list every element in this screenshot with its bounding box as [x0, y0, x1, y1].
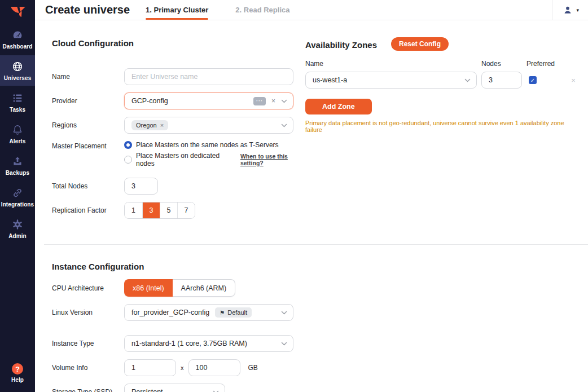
instance-type-select[interactable]: n1-standard-1 (1 core, 3.75GB RAM) — [124, 335, 293, 352]
instance-type-row: Instance Type n1-standard-1 (1 core, 3.7… — [52, 335, 581, 352]
replication-factor-3[interactable]: 3 — [142, 202, 160, 218]
provider-label: Provider — [52, 97, 124, 105]
linux-version-value: for_provider_GCP-config — [131, 309, 209, 316]
backups-icon — [11, 155, 24, 168]
sidebar-item-integrations[interactable]: Integrations — [0, 182, 35, 212]
preferred-checkbox[interactable]: ✓ — [529, 76, 537, 84]
name-label: Name — [52, 73, 124, 81]
default-badge-label: Default — [227, 309, 247, 316]
create-universe-page: Dashboard Universes Tasks Alerts Backups — [0, 0, 588, 392]
master-placement-option-same-nodes[interactable]: Place Masters on the same nodes as T-Ser… — [124, 141, 305, 149]
name-row: Name — [52, 68, 305, 85]
add-zone-button[interactable]: Add Zone — [305, 99, 372, 114]
sidebar-item-backups[interactable]: Backups — [0, 150, 35, 180]
cloud-configuration-heading: Cloud Configuration — [52, 38, 305, 48]
integrations-icon — [11, 187, 24, 199]
sidebar-item-label: Alerts — [10, 138, 26, 144]
replication-factor-1[interactable]: 1 — [125, 202, 142, 218]
instance-configuration-heading: Instance Configuration — [52, 262, 581, 271]
chevron-down-icon — [213, 390, 219, 392]
main-area: Create universe 1. Primary Cluster 2. Re… — [35, 0, 588, 392]
volume-info-row: Volume Info x GB — [52, 359, 581, 376]
replication-factor-label: Replication Factor — [52, 206, 124, 214]
clear-icon[interactable]: × — [271, 98, 275, 104]
availability-zones-section: Availability Zones Reset Config Name Nod… — [305, 35, 581, 226]
instance-type-value: n1-standard-1 (1 core, 3.75GB RAM) — [131, 340, 247, 347]
yugabyte-logo-icon — [8, 3, 27, 20]
tab-primary-cluster[interactable]: 1. Primary Cluster — [146, 0, 208, 20]
total-nodes-input[interactable] — [124, 178, 158, 195]
when-to-use-link[interactable]: When to use this setting? — [240, 153, 305, 166]
sidebar-item-label: Admin — [8, 233, 27, 239]
linux-version-select[interactable]: for_provider_GCP-config ⚑ Default — [124, 304, 293, 321]
radio-unselected-icon[interactable] — [124, 156, 132, 164]
storage-type-label: Storage Type (SSD) — [52, 388, 124, 392]
az-name-value: us-west1-a — [313, 76, 347, 84]
radio-option-label: Place Masters on dedicated nodes — [136, 152, 230, 168]
tasks-icon — [11, 92, 24, 104]
chevron-down-icon — [281, 342, 287, 346]
sidebar-item-tasks[interactable]: Tasks — [0, 87, 35, 117]
volume-size-input[interactable] — [188, 359, 240, 376]
user-menu[interactable]: ▾ — [552, 0, 588, 20]
universe-name-input[interactable] — [124, 68, 293, 85]
provider-value: GCP-config — [131, 97, 168, 105]
volume-info-label: Volume Info — [52, 364, 124, 372]
user-icon — [562, 5, 573, 16]
help-icon: ? — [12, 363, 23, 375]
universes-icon — [11, 60, 24, 73]
replication-factor-5[interactable]: 5 — [160, 202, 177, 218]
radio-option-label: Place Masters on the same nodes as T-Ser… — [136, 141, 279, 149]
sidebar-item-universes[interactable]: Universes — [0, 55, 35, 86]
regions-select[interactable]: Oregon × — [124, 117, 293, 134]
total-nodes-row: Total Nodes — [52, 178, 305, 195]
sidebar-item-admin[interactable]: Admin — [0, 213, 35, 244]
alerts-icon — [11, 124, 24, 136]
sidebar-item-label: Integrations — [1, 201, 34, 208]
flag-icon: ⚑ — [220, 310, 225, 316]
instance-type-label: Instance Type — [52, 340, 124, 347]
linux-version-row: Linux Version for_provider_GCP-config ⚑ … — [52, 304, 581, 321]
cpu-architecture-toggle: x86 (Intel) AArch6 (ARM) — [124, 279, 235, 297]
cpu-arch-arm-option[interactable]: AArch6 (ARM) — [173, 279, 236, 297]
reset-config-button[interactable]: Reset Config — [391, 37, 449, 51]
remove-region-icon[interactable]: × — [160, 122, 164, 129]
region-chip: Oregon × — [131, 120, 168, 130]
volume-multiplier-label: x — [181, 364, 184, 371]
tab-label: 2. Read Replica — [235, 6, 289, 14]
dashboard-icon — [11, 29, 24, 41]
storage-type-value: Persistent — [131, 388, 163, 392]
az-preferred-column-header: Preferred — [526, 60, 560, 68]
cpu-architecture-label: CPU Architecture — [52, 284, 124, 292]
replication-factor-7[interactable]: 7 — [177, 202, 195, 218]
tab-label: 1. Primary Cluster — [146, 6, 208, 14]
master-placement-option-dedicated[interactable]: Place Masters on dedicated nodes When to… — [124, 152, 305, 168]
tab-read-replica[interactable]: 2. Read Replica — [235, 0, 289, 20]
cloud-configuration-section: Cloud Configuration Name Provider GCP-co… — [52, 35, 305, 226]
page-header: Create universe 1. Primary Cluster 2. Re… — [35, 0, 588, 20]
regions-label: Regions — [52, 121, 124, 129]
remove-zone-icon[interactable]: × — [565, 76, 582, 85]
chevron-down-icon — [281, 124, 287, 127]
form-content: Cloud Configuration Name Provider GCP-co… — [35, 20, 588, 392]
active-tab-underline — [146, 18, 208, 20]
az-nodes-input[interactable] — [481, 72, 522, 89]
region-chip-label: Oregon — [136, 122, 157, 129]
sidebar-item-label: Tasks — [10, 107, 25, 113]
storage-type-select[interactable]: Persistent — [124, 384, 225, 392]
sidebar-item-alerts[interactable]: Alerts — [0, 118, 35, 149]
volume-count-input[interactable] — [124, 359, 176, 376]
az-name-select[interactable]: us-west1-a — [305, 72, 477, 89]
cluster-tabs: 1. Primary Cluster 2. Read Replica — [146, 0, 317, 20]
radio-selected-icon[interactable] — [124, 141, 132, 149]
page-title: Create universe — [45, 3, 130, 16]
sidebar-item-dashboard[interactable]: Dashboard — [0, 24, 35, 54]
provider-select[interactable]: GCP-config ··· × — [124, 93, 293, 109]
sidebar-item-help[interactable]: ? Help — [0, 358, 35, 387]
yugabyte-logo[interactable] — [0, 0, 35, 24]
replication-factor-toggle: 1 3 5 7 — [124, 202, 195, 219]
sidebar: Dashboard Universes Tasks Alerts Backups — [0, 0, 35, 392]
master-placement-label: Master Placement — [52, 141, 124, 150]
provider-in-use-badge: ··· — [253, 97, 266, 105]
cpu-arch-x86-option[interactable]: x86 (Intel) — [124, 279, 173, 297]
